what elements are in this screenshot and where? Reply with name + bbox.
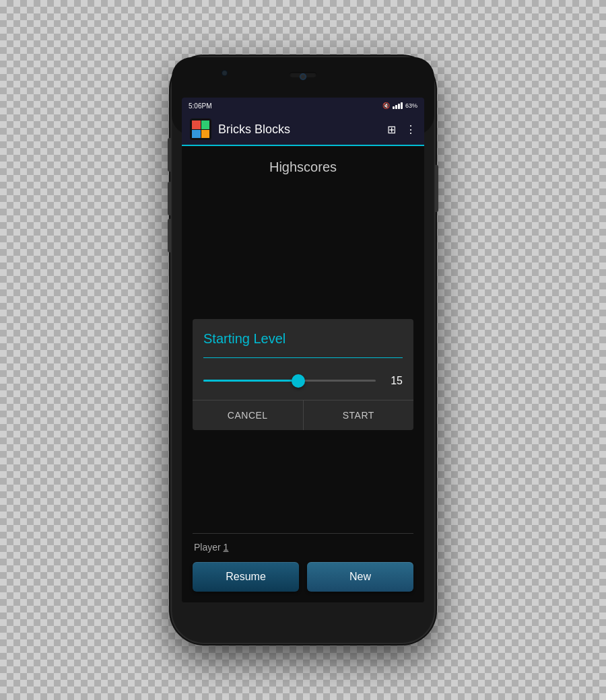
dialog: Starting Level 15 xyxy=(193,319,413,430)
mute-icon: 🔇 xyxy=(382,102,390,109)
more-vert-icon[interactable]: ⋮ xyxy=(405,123,416,136)
dialog-divider xyxy=(203,357,403,358)
cancel-button[interactable]: Cancel xyxy=(193,400,304,430)
phone-screen: 5:06PM 🔇 63% Bricks Blocks ⊞ ⋮ Highscore… xyxy=(182,98,424,602)
front-camera xyxy=(222,71,227,75)
new-button[interactable]: New xyxy=(307,562,413,592)
slider-thumb[interactable] xyxy=(292,374,305,388)
main-content: Highscores Starting Level xyxy=(182,146,424,602)
camera xyxy=(300,74,306,79)
action-buttons: Resume New xyxy=(193,562,413,592)
slider-wrapper[interactable] xyxy=(203,374,376,388)
start-button[interactable]: Start xyxy=(304,400,414,430)
player-row: Player 1 xyxy=(193,542,413,553)
slider-value: 15 xyxy=(384,375,403,387)
slider-fill xyxy=(203,380,298,382)
app-icon xyxy=(190,118,211,140)
battery-text: 63% xyxy=(405,102,417,109)
slider-row: 15 xyxy=(203,369,403,400)
dialog-buttons: Cancel Start xyxy=(193,400,413,430)
app-toolbar: Bricks Blocks ⊞ ⋮ xyxy=(182,114,424,146)
bottom-divider xyxy=(193,533,413,534)
status-time: 5:06PM xyxy=(189,102,211,110)
top-bezel xyxy=(172,57,434,96)
player-label: Player xyxy=(194,542,224,553)
filter-icon[interactable]: ⊞ xyxy=(387,123,396,136)
toolbar-actions: ⊞ ⋮ xyxy=(387,123,416,136)
dialog-content: Starting Level 15 xyxy=(193,319,413,400)
app-title: Bricks Blocks xyxy=(218,123,380,137)
phone-device: 5:06PM 🔇 63% Bricks Blocks ⊞ ⋮ Highscore… xyxy=(172,57,434,643)
signal-bars xyxy=(393,102,403,109)
slider-track xyxy=(203,380,376,382)
player-number: 1 xyxy=(224,542,229,553)
status-icons: 🔇 63% xyxy=(382,102,417,109)
dialog-title: Starting Level xyxy=(203,331,403,347)
status-bar: 5:06PM 🔇 63% xyxy=(182,98,424,114)
bottom-section: Player 1 Resume New xyxy=(182,533,424,602)
resume-button[interactable]: Resume xyxy=(193,562,299,592)
